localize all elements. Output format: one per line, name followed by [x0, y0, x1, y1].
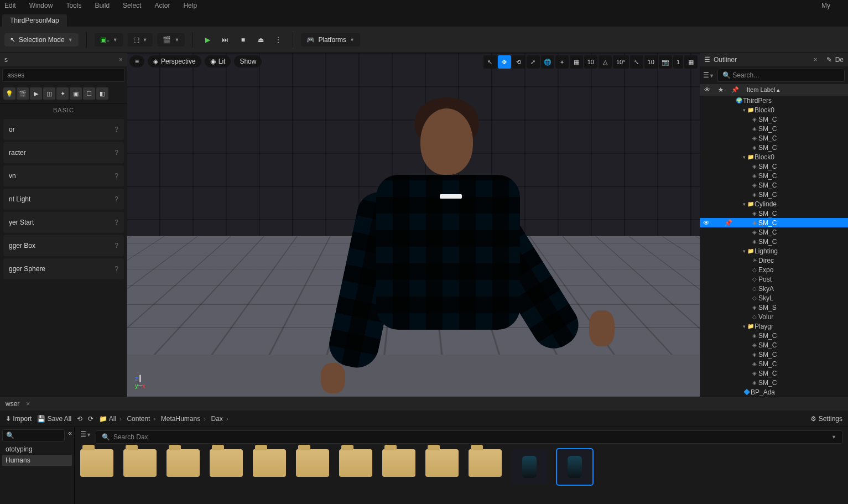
outliner-row[interactable]: ◈ SM_C: [700, 124, 848, 133]
outliner-search[interactable]: 🔍 Search...: [717, 69, 845, 82]
outliner-row[interactable]: ◈ SM_C: [700, 171, 848, 180]
help-icon[interactable]: ?: [115, 242, 118, 250]
category-geometry-icon[interactable]: ✦: [56, 87, 69, 100]
viewport-menu-button[interactable]: ≡: [129, 55, 144, 67]
help-icon[interactable]: ?: [115, 149, 118, 157]
menu-edit[interactable]: Edit: [4, 2, 16, 9]
viewport-show-dropdown[interactable]: Show: [234, 55, 262, 67]
category-lights-icon[interactable]: 💡: [3, 87, 15, 100]
place-item[interactable]: yer Start?: [3, 212, 124, 233]
select-tool-button[interactable]: ↖: [483, 55, 497, 69]
outliner-row[interactable]: ◇ SkyL: [700, 293, 848, 303]
outliner-row[interactable]: ◈ SM_C: [700, 331, 848, 340]
level-tab[interactable]: ThirdPersonMap: [2, 14, 67, 27]
expand-caret-icon[interactable]: ▾: [743, 324, 746, 329]
category-media-icon[interactable]: ▣: [70, 87, 82, 100]
place-item[interactable]: racter?: [3, 142, 124, 163]
play-button[interactable]: ▶: [201, 33, 214, 46]
angle-snap-button[interactable]: △: [599, 55, 612, 69]
crumb-all[interactable]: All: [109, 415, 116, 423]
star-icon[interactable]: ★: [718, 86, 724, 93]
outliner-row[interactable]: ◈ SM_C: [700, 133, 848, 143]
maximize-viewport-button[interactable]: ▦: [684, 55, 698, 69]
folder-asset[interactable]: [167, 449, 200, 477]
help-icon[interactable]: ?: [115, 195, 118, 203]
place-item[interactable]: gger Sphere?: [3, 258, 124, 279]
angle-snap-value[interactable]: 10°: [613, 55, 629, 69]
platforms-dropdown[interactable]: 🎮 Platforms ▼: [301, 33, 360, 46]
folder-asset[interactable]: [253, 449, 286, 477]
help-icon[interactable]: ?: [115, 126, 118, 133]
save-all-button[interactable]: 💾 Save All: [37, 415, 71, 423]
asset-filter-button[interactable]: ☰▼: [80, 430, 91, 444]
folder-asset[interactable]: [296, 449, 329, 477]
crumb-dax[interactable]: Dax: [211, 415, 223, 423]
camera-speed-button[interactable]: 📷: [659, 55, 672, 69]
folder-asset[interactable]: [382, 449, 415, 477]
outliner-row[interactable]: ◇ SkyA: [700, 284, 848, 293]
outliner-row[interactable]: ◈ SM_C: [700, 378, 848, 387]
item-label-column[interactable]: Item Label ▴: [747, 86, 780, 93]
stop-button[interactable]: ■: [236, 33, 249, 46]
grid-snap-value[interactable]: 10: [584, 55, 597, 69]
expand-caret-icon[interactable]: ▾: [743, 248, 746, 254]
character-asset[interactable]: [557, 449, 592, 485]
eye-icon[interactable]: 👁: [704, 86, 710, 93]
cinematics-button[interactable]: 🎬▼: [157, 33, 185, 46]
scale-snap-button[interactable]: ⤡: [630, 55, 643, 69]
crumb-content[interactable]: Content: [127, 415, 150, 423]
outliner-row[interactable]: ◇ Expo: [700, 265, 848, 274]
outliner-row[interactable]: ◈ SM_C: [700, 162, 848, 171]
source-tree-item[interactable]: ototyping: [2, 444, 72, 455]
outliner-row[interactable]: 🌍 ThirdPers: [700, 96, 848, 105]
outliner-row[interactable]: ◈ SM_C: [700, 209, 848, 218]
expand-caret-icon[interactable]: ▾: [743, 154, 746, 160]
outliner-row[interactable]: ◈ SM_C: [700, 359, 848, 368]
expand-caret-icon[interactable]: ▾: [743, 201, 746, 207]
menu-build[interactable]: Build: [95, 2, 110, 9]
level-viewport[interactable]: ≡ ◈Perspective ◉Lit Show ↖ ✥ ⟲ ⤢ 🌐 ⌖ ▦ 1…: [127, 53, 700, 397]
camera-speed-value[interactable]: 1: [673, 55, 683, 69]
source-collapse-button[interactable]: «: [68, 429, 72, 441]
surface-snap-button[interactable]: ⌖: [555, 55, 569, 69]
outliner-row[interactable]: ◈ SM_C: [700, 115, 848, 124]
outliner-row[interactable]: ▾📁 Lighting: [700, 246, 848, 256]
translate-tool-button[interactable]: ✥: [498, 55, 511, 69]
outliner-filter-button[interactable]: ☰▼: [703, 71, 714, 79]
outliner-row[interactable]: ◈ SM_C: [700, 340, 848, 350]
scale-snap-value[interactable]: 10: [644, 55, 658, 69]
place-actors-search[interactable]: asses: [2, 69, 125, 82]
category-volumes-icon[interactable]: ◫: [43, 87, 55, 100]
selection-mode-dropdown[interactable]: ↖ Selection Mode ▼: [4, 33, 79, 46]
help-icon[interactable]: ?: [115, 172, 118, 180]
content-browser-tab[interactable]: wser: [6, 400, 19, 408]
menu-help[interactable]: Help: [183, 2, 197, 9]
category-misc-icon[interactable]: ◧: [96, 87, 108, 100]
menu-actor[interactable]: Actor: [154, 2, 170, 9]
folder-asset[interactable]: [123, 449, 157, 477]
folder-asset[interactable]: [210, 449, 243, 477]
source-search[interactable]: 🔍: [2, 429, 65, 441]
source-tree-item[interactable]: Humans: [2, 455, 72, 466]
character-asset[interactable]: [512, 449, 547, 485]
rotate-tool-button[interactable]: ⟲: [512, 55, 526, 69]
history-forward-button[interactable]: ⟳: [88, 415, 93, 423]
outliner-row[interactable]: ▾📁 Block0: [700, 105, 848, 115]
add-content-button[interactable]: ▣₊▼: [95, 33, 123, 46]
skip-button[interactable]: ⏭: [218, 33, 232, 46]
outliner-tab[interactable]: Outliner: [714, 56, 737, 64]
outliner-row[interactable]: ◈ SM_C: [700, 227, 848, 237]
outliner-row[interactable]: ◈ SM_C: [700, 350, 848, 359]
place-actors-tab[interactable]: s ×: [0, 53, 127, 66]
outliner-row[interactable]: ☀ Direc: [700, 256, 848, 265]
blueprints-button[interactable]: ⬚▼: [128, 33, 153, 46]
details-tab[interactable]: De: [835, 56, 844, 64]
menu-window[interactable]: Window: [29, 2, 53, 9]
menu-tools[interactable]: Tools: [66, 2, 81, 9]
viewport-perspective-dropdown[interactable]: ◈Perspective: [148, 55, 201, 67]
outliner-row[interactable]: 🔷 BP_Ada: [700, 387, 848, 397]
outliner-row[interactable]: ◇ Volur: [700, 312, 848, 321]
place-item[interactable]: or?: [3, 119, 124, 140]
help-icon[interactable]: ?: [115, 219, 118, 226]
outliner-row[interactable]: ◈ SM_C: [700, 180, 848, 190]
